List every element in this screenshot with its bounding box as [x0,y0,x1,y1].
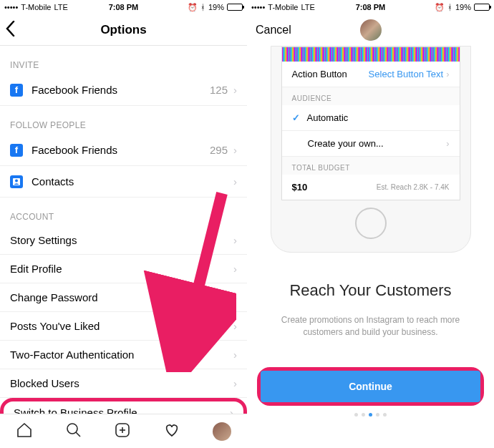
story-settings[interactable]: Story Settings› [0,226,247,255]
change-password[interactable]: Change Password› [0,283,247,312]
section-invite: INVITE [0,46,247,74]
section-account: ACCOUNT [0,198,247,226]
phone-mockup: Action Button Select Button Text › AUDIE… [271,46,471,253]
page-dots [354,413,387,417]
mock-action-button-row: Action Button Select Button Text › [282,62,460,87]
contacts-icon [10,175,23,188]
cta-highlight: Continue [257,367,484,406]
profile-avatar [360,19,382,41]
bluetooth-icon: ᚼ [447,3,452,11]
clock: 7:08 PM [109,3,139,11]
chevron-right-icon: › [446,69,449,79]
battery-pct: 19% [208,3,224,11]
check-icon: ✓ [292,112,300,123]
chevron-right-icon: › [233,84,237,96]
follow-contacts[interactable]: Contacts › [0,166,247,198]
chevron-right-icon: › [233,175,237,188]
invite-fb-count: 125 [210,84,228,96]
blocked-users[interactable]: Blocked Users› [0,369,247,398]
battery-icon [227,4,243,11]
promo-screen: ••••• T-Mobile LTE 7:08 PM ⏰ ᚼ 19% Cance… [247,0,494,448]
posts-liked[interactable]: Posts You've Liked› [0,312,247,341]
cancel-button[interactable]: Cancel [256,24,291,36]
chevron-right-icon: › [446,138,449,149]
row-label: Facebook Friends [32,84,210,96]
row-label: Contacts [32,175,233,188]
switch-to-business-profile[interactable]: Switch to Business Profile› [0,398,247,414]
options-list[interactable]: INVITE f Facebook Friends 125 › FOLLOW P… [0,46,247,414]
options-screen: ••••• T-Mobile LTE 7:08 PM ⏰ ᚼ 19% Optio… [0,0,247,448]
chevron-right-icon: › [233,320,237,332]
status-bar: ••••• T-Mobile LTE 7:08 PM ⏰ ᚼ 19% [247,0,494,14]
facebook-icon: f [10,84,23,97]
signal-dots: ••••• [251,3,265,11]
page-title: Options [100,23,146,37]
signal-dots: ••••• [4,3,18,11]
follow-fb-count: 295 [210,144,228,156]
edit-profile[interactable]: Edit Profile› [0,255,247,283]
nav-bar: Options [0,14,247,46]
mock-colorbar [282,47,460,62]
continue-button[interactable]: Continue [261,371,480,402]
mock-audience-header: AUDIENCE [282,87,460,105]
follow-facebook-friends[interactable]: f Facebook Friends 295 › [0,135,247,166]
activity-tab[interactable] [163,422,180,442]
alarm-icon: ⏰ [188,3,198,12]
network: LTE [54,3,67,11]
alarm-icon: ⏰ [435,3,445,12]
battery-icon [474,4,490,11]
chevron-right-icon: › [233,234,237,246]
add-tab[interactable] [114,422,131,442]
mock-budget-header: TOTAL BUDGET [282,157,460,175]
back-button[interactable] [6,21,15,39]
chevron-left-icon [6,21,15,36]
carrier: T-Mobile [268,3,298,11]
row-label: Facebook Friends [32,144,210,156]
chevron-right-icon: › [233,349,237,361]
facebook-icon: f [10,144,23,157]
two-factor-auth[interactable]: Two-Factor Authentication› [0,341,247,369]
svg-point-2 [67,424,77,434]
mock-reach: Est. Reach 2.8K - 7.4K [377,183,450,191]
nav-bar: Cancel [247,14,494,46]
mock-automatic-row: ✓ Automatic [282,105,460,131]
status-bar: ••••• T-Mobile LTE 7:08 PM ⏰ ᚼ 19% [0,0,247,14]
tab-bar [0,414,247,448]
search-tab[interactable] [65,422,82,442]
home-tab[interactable] [16,422,33,442]
chevron-right-icon: › [230,406,233,414]
chevron-right-icon: › [233,291,237,303]
carrier: T-Mobile [21,3,51,11]
clock: 7:08 PM [356,3,386,11]
home-button-icon [355,208,387,239]
invite-facebook-friends[interactable]: f Facebook Friends 125 › [0,74,247,106]
bluetooth-icon: ᚼ [200,3,205,11]
chevron-right-icon: › [233,377,237,389]
mock-create-own-row: Create your own... › [282,131,460,157]
promo-title: Reach Your Customers [289,281,451,300]
chevron-right-icon: › [233,144,237,156]
battery-pct: 19% [455,3,471,11]
section-follow: FOLLOW PEOPLE [0,106,247,135]
svg-point-1 [15,179,18,182]
promo-content: Action Button Select Button Text › AUDIE… [247,46,494,448]
promo-subtitle: Create promotions on Instagram to reach … [268,314,473,339]
mock-budget-row: $10 Est. Reach 2.8K - 7.4K [282,175,460,200]
profile-tab[interactable] [213,422,231,441]
chevron-right-icon: › [233,263,237,275]
svg-line-3 [76,432,80,437]
network: LTE [301,3,314,11]
